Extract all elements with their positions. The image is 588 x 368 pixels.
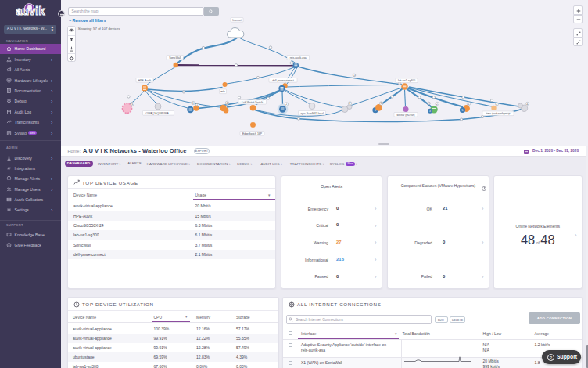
svg-text:3: 3	[429, 110, 431, 113]
svg-text:1: 1	[192, 102, 194, 105]
svg-text:EdgeSwitch 16P: EdgeSwitch 16P	[242, 132, 263, 135]
svg-text:6: 6	[131, 103, 133, 106]
svg-text:5: 5	[462, 109, 464, 112]
svg-text:tims-ipad.workgroup: tims-ipad.workgroup	[486, 112, 511, 115]
svg-text:OWA-[JAQSRUWA...: OWA-[JAQSRUWA...	[146, 112, 171, 115]
svg-text:4: 4	[527, 103, 529, 106]
svg-text:2: 2	[350, 102, 351, 105]
svg-text:HPE-Auvik: HPE-Auvik	[138, 79, 152, 82]
svg-text:winsrv (HDSvr): winsrv (HDSvr)	[397, 114, 415, 117]
svg-text:SonicWall: SonicWall	[169, 56, 181, 60]
svg-text:2: 2	[197, 103, 199, 106]
svg-text:zyra-SureMX3.local: zyra-SureMX3.local	[300, 112, 324, 115]
svg-text:1: 1	[468, 103, 470, 106]
svg-text:5: 5	[375, 109, 376, 112]
svg-text:dell-powerconnect: dell-powerconnect	[272, 79, 294, 82]
svg-text:2: 2	[497, 103, 498, 106]
svg-text:reis-auvik-asa: reis-auvik-asa	[290, 56, 307, 60]
svg-text:2: 2	[286, 103, 288, 106]
svg-text:lab-sw1-sg300: lab-sw1-sg300	[398, 79, 415, 82]
svg-text:mib: mib	[220, 90, 225, 93]
svg-text:3: 3	[381, 102, 382, 105]
svg-text:4: 4	[227, 102, 228, 105]
svg-text:Lab Watch Switch: Lab Watch Switch	[242, 101, 263, 104]
svg-text:2: 2	[436, 103, 438, 106]
svg-text:Internet: Internet	[232, 19, 242, 22]
